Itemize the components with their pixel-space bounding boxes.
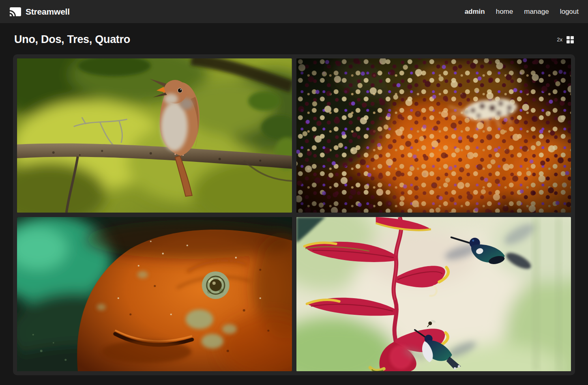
- page-title: Uno, Dos, Tres, Quatro: [14, 33, 130, 46]
- frogfish-eye: [202, 271, 230, 299]
- view-controls: 2x: [557, 36, 574, 43]
- video-thumbnail-urchin-shrimp[interactable]: [296, 58, 571, 213]
- nav-links: admin home manage logout: [465, 8, 579, 16]
- brand-name: Streamwell: [26, 7, 70, 17]
- zoom-level-label[interactable]: 2x: [557, 37, 562, 43]
- navbar: Streamwell admin home manage logout: [0, 0, 588, 23]
- cast-icon: [9, 7, 21, 17]
- nav-item-home[interactable]: home: [496, 8, 513, 16]
- video-grid-panel: [13, 54, 575, 375]
- video-thumbnail-hummingbirds[interactable]: [296, 217, 571, 371]
- nav-item-logout[interactable]: logout: [560, 8, 579, 16]
- grid-layout-icon[interactable]: [567, 36, 574, 43]
- nav-item-manage[interactable]: manage: [524, 8, 549, 16]
- video-thumbnail-frogfish[interactable]: [17, 217, 292, 371]
- page-header: Uno, Dos, Tres, Quatro 2x: [0, 23, 588, 54]
- video-thumbnail-nightingale[interactable]: [17, 58, 292, 213]
- nav-item-admin[interactable]: admin: [465, 8, 485, 16]
- brand[interactable]: Streamwell: [9, 7, 70, 17]
